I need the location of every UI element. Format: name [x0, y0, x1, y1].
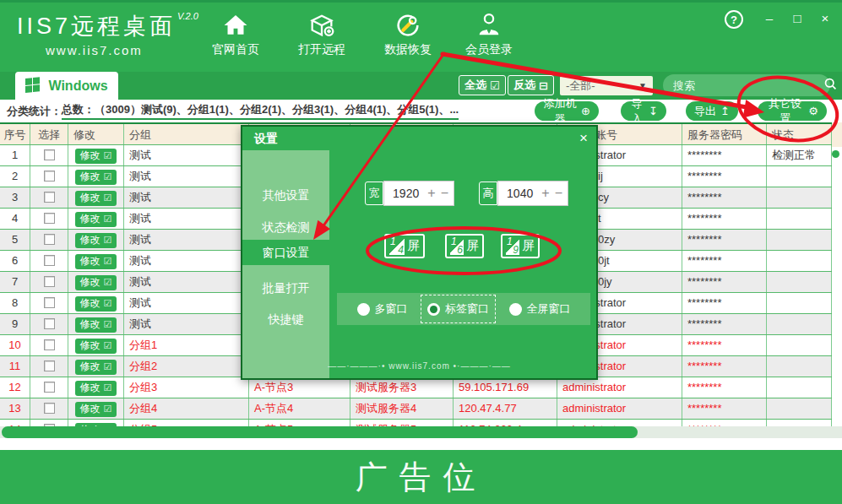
row-checkbox[interactable]: [44, 192, 55, 203]
modify-button[interactable]: 修改☑: [75, 149, 117, 164]
add-machine-button[interactable]: 添加机器 ⊕: [535, 101, 599, 121]
sidebar-item-status-check[interactable]: 状态检测: [242, 214, 329, 240]
height-stepper: 高 1040 + −: [479, 181, 568, 206]
nav-member-login[interactable]: 会员登录: [455, 11, 523, 57]
sidebar-item-window-settings[interactable]: 窗口设置: [242, 240, 329, 265]
import-button[interactable]: 导入 ↧: [621, 101, 666, 121]
search-input[interactable]: [671, 79, 823, 93]
row-checkbox[interactable]: [44, 276, 55, 287]
search-box: [663, 74, 830, 96]
sidebar-item-hotkeys[interactable]: 快捷键: [242, 306, 329, 332]
invert-select-button[interactable]: 反选 ⊟: [508, 75, 554, 95]
minimize-button[interactable]: –: [760, 10, 779, 29]
cell-status: [767, 166, 832, 187]
cell-modify: 修改☑: [68, 230, 124, 250]
cell-check: [30, 356, 68, 377]
row-checkbox[interactable]: [44, 297, 55, 308]
cell-status: [767, 335, 832, 355]
cell-ip: 120.47.4.77: [454, 398, 557, 419]
cell-modify: 修改☑: [68, 145, 124, 165]
row-checkbox[interactable]: [44, 213, 55, 224]
nav-home[interactable]: 官网首页: [202, 11, 269, 57]
tab-windows[interactable]: Windows: [15, 72, 118, 100]
cell-group: 测试: [124, 251, 249, 271]
modify-button[interactable]: 修改☑: [75, 191, 117, 206]
close-button[interactable]: ×: [816, 10, 834, 29]
modify-button[interactable]: 修改☑: [75, 402, 117, 417]
cell-remark: 测试服务器4: [350, 398, 454, 419]
maximize-button[interactable]: □: [788, 10, 807, 29]
modify-button[interactable]: 修改☑: [75, 381, 117, 396]
sixth-screen-button[interactable]: 16 屏: [445, 234, 484, 258]
cell-no: 2: [0, 166, 30, 187]
radio-tab-window[interactable]: 标签窗口: [427, 301, 489, 317]
search-icon[interactable]: [823, 77, 838, 95]
group-filter-dropdown[interactable]: -全部- ▼: [560, 76, 653, 95]
modify-button[interactable]: 修改☑: [75, 233, 117, 248]
cell-group: 分组1: [124, 335, 249, 355]
dialog-watermark: ——·———·• www.iis7.com •·———·——: [242, 361, 596, 371]
dialog-close-icon[interactable]: ×: [579, 130, 588, 147]
horizontal-scrollbar[interactable]: [0, 426, 842, 438]
modify-button[interactable]: 修改☑: [75, 296, 117, 312]
row-checkbox[interactable]: [44, 255, 55, 266]
radio-multi-window[interactable]: 多窗口: [357, 301, 408, 317]
row-checkbox[interactable]: [44, 234, 55, 245]
cell-group: 分组2: [124, 356, 249, 377]
row-checkbox[interactable]: [44, 403, 55, 414]
modify-button[interactable]: 修改☑: [75, 170, 117, 185]
sidebar-item-other-settings[interactable]: 其他设置: [242, 182, 329, 208]
edit-check-icon: ☑: [104, 171, 112, 182]
modify-button[interactable]: 修改☑: [75, 275, 117, 290]
sidebar-item-batch-open[interactable]: 批量打开: [242, 275, 329, 301]
nav-data-recovery[interactable]: 数据恢复: [374, 11, 442, 57]
height-value[interactable]: 1040: [503, 187, 536, 200]
app-window: IIS7远程桌面V.2.0 www.iis7.com 官网首页 打开远程 数据恢…: [0, 0, 842, 504]
cell-group: 分组4: [124, 398, 249, 419]
other-settings-button[interactable]: 其它设置 ⚙: [758, 101, 827, 121]
cell-password: ********: [682, 356, 767, 377]
row-checkbox[interactable]: [44, 360, 55, 371]
cell-no: 6: [0, 251, 30, 271]
window-mode-group: 多窗口 标签窗口 全屏窗口: [337, 293, 590, 325]
logo-site: www.iis7.com: [46, 43, 198, 57]
cell-no: 4: [0, 209, 30, 229]
row-checkbox[interactable]: [44, 149, 55, 160]
modify-button[interactable]: 修改☑: [75, 317, 117, 333]
row-checkbox[interactable]: [44, 318, 55, 329]
vertical-scrollbar[interactable]: [832, 122, 842, 438]
invert-select-icon: ⊟: [539, 79, 548, 92]
ad-banner-text: 广告位: [356, 456, 487, 499]
export-button[interactable]: 导出 ↥: [686, 101, 738, 121]
cell-password: ********: [682, 166, 767, 187]
select-all-button[interactable]: 全选 ☑: [459, 75, 506, 95]
height-decrement-button[interactable]: −: [555, 187, 562, 200]
help-icon[interactable]: ?: [725, 10, 743, 29]
height-increment-button[interactable]: +: [541, 187, 549, 200]
modify-button[interactable]: 修改☑: [75, 339, 117, 354]
nav-label: 打开远程: [298, 42, 345, 56]
modify-button[interactable]: 修改☑: [75, 360, 117, 375]
nav-open-remote[interactable]: 打开远程: [288, 11, 356, 57]
width-stepper: 宽 1920 + −: [365, 181, 454, 206]
width-decrement-button[interactable]: −: [441, 187, 448, 200]
row-checkbox[interactable]: [44, 339, 55, 350]
radio-fullscreen-window[interactable]: 全屏窗口: [509, 301, 571, 317]
export-icon: ↥: [720, 105, 730, 117]
cell-group: 测试: [124, 166, 249, 187]
screen-suffix: 屏: [466, 238, 479, 254]
nav-label: 会员登录: [465, 42, 513, 56]
row-checkbox[interactable]: [44, 382, 55, 393]
modify-button[interactable]: 修改☑: [75, 212, 117, 227]
remote-cube-icon: [288, 11, 356, 41]
plus-circle-icon: ⊕: [581, 105, 590, 117]
width-increment-button[interactable]: +: [427, 187, 435, 200]
width-value[interactable]: 1920: [389, 187, 422, 200]
row-checkbox[interactable]: [44, 171, 55, 182]
cell-password: ********: [682, 251, 767, 271]
ninth-screen-button[interactable]: 19 屏: [501, 234, 540, 258]
horizontal-scrollbar-thumb[interactable]: [2, 426, 638, 438]
modify-button[interactable]: 修改☑: [75, 254, 117, 269]
vertical-scrollbar-thumb[interactable]: [832, 150, 839, 158]
quarter-screen-button[interactable]: 14 屏: [384, 234, 425, 258]
